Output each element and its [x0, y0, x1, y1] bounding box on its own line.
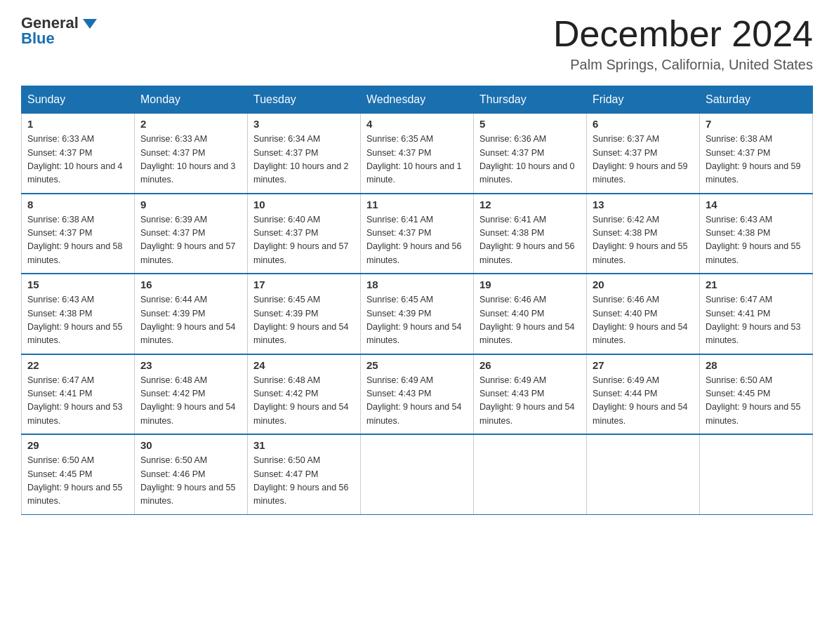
- calendar-cell: 22Sunrise: 6:47 AMSunset: 4:41 PMDayligh…: [22, 354, 135, 435]
- calendar-cell: 1Sunrise: 6:33 AMSunset: 4:37 PMDaylight…: [22, 114, 135, 194]
- calendar-cell: 15Sunrise: 6:43 AMSunset: 4:38 PMDayligh…: [22, 274, 135, 354]
- day-number: 2: [140, 118, 241, 130]
- day-info: Sunrise: 6:33 AMSunset: 4:37 PMDaylight:…: [140, 133, 241, 187]
- calendar-cell: 4Sunrise: 6:35 AMSunset: 4:37 PMDaylight…: [361, 114, 474, 194]
- weekday-header-sunday: Sunday: [22, 86, 135, 114]
- week-row-4: 22Sunrise: 6:47 AMSunset: 4:41 PMDayligh…: [22, 354, 813, 435]
- week-row-5: 29Sunrise: 6:50 AMSunset: 4:45 PMDayligh…: [22, 434, 813, 514]
- calendar-cell: 23Sunrise: 6:48 AMSunset: 4:42 PMDayligh…: [135, 354, 248, 435]
- calendar-cell: 7Sunrise: 6:38 AMSunset: 4:37 PMDaylight…: [700, 114, 813, 194]
- day-number: 22: [27, 359, 128, 371]
- calendar-cell: 10Sunrise: 6:40 AMSunset: 4:37 PMDayligh…: [248, 194, 361, 274]
- calendar-cell: 11Sunrise: 6:41 AMSunset: 4:37 PMDayligh…: [361, 194, 474, 274]
- week-row-1: 1Sunrise: 6:33 AMSunset: 4:37 PMDaylight…: [22, 114, 813, 194]
- page-header: General Blue December 2024 Palm Springs,…: [21, 14, 813, 73]
- day-info: Sunrise: 6:39 AMSunset: 4:37 PMDaylight:…: [140, 213, 241, 268]
- calendar-cell: 16Sunrise: 6:44 AMSunset: 4:39 PMDayligh…: [135, 274, 248, 354]
- day-number: 6: [593, 118, 694, 130]
- day-info: Sunrise: 6:38 AMSunset: 4:37 PMDaylight:…: [27, 213, 128, 268]
- weekday-header-tuesday: Tuesday: [248, 86, 361, 114]
- calendar-cell: 9Sunrise: 6:39 AMSunset: 4:37 PMDaylight…: [135, 194, 248, 274]
- day-number: 17: [253, 279, 355, 290]
- calendar-cell: 27Sunrise: 6:49 AMSunset: 4:44 PMDayligh…: [587, 354, 700, 435]
- weekday-header-thursday: Thursday: [474, 86, 587, 114]
- day-info: Sunrise: 6:45 AMSunset: 4:39 PMDaylight:…: [253, 293, 355, 348]
- day-info: Sunrise: 6:47 AMSunset: 4:41 PMDaylight:…: [27, 374, 128, 429]
- calendar-cell: 30Sunrise: 6:50 AMSunset: 4:46 PMDayligh…: [135, 434, 248, 514]
- day-info: Sunrise: 6:43 AMSunset: 4:38 PMDaylight:…: [27, 293, 128, 348]
- day-number: 28: [706, 359, 807, 371]
- day-info: Sunrise: 6:38 AMSunset: 4:37 PMDaylight:…: [706, 133, 807, 187]
- day-number: 11: [366, 199, 468, 210]
- day-number: 4: [366, 118, 468, 130]
- day-number: 26: [479, 359, 581, 371]
- calendar-cell: 24Sunrise: 6:48 AMSunset: 4:42 PMDayligh…: [248, 354, 361, 435]
- day-number: 21: [706, 279, 807, 290]
- day-info: Sunrise: 6:46 AMSunset: 4:40 PMDaylight:…: [479, 293, 581, 348]
- logo-arrow-icon: [83, 19, 97, 29]
- calendar-cell: 18Sunrise: 6:45 AMSunset: 4:39 PMDayligh…: [361, 274, 474, 354]
- day-number: 30: [140, 439, 241, 451]
- calendar-cell: 21Sunrise: 6:47 AMSunset: 4:41 PMDayligh…: [700, 274, 813, 354]
- day-info: Sunrise: 6:48 AMSunset: 4:42 PMDaylight:…: [253, 374, 355, 429]
- calendar-table: SundayMondayTuesdayWednesdayThursdayFrid…: [21, 86, 813, 515]
- day-number: 29: [27, 439, 128, 451]
- calendar-cell: 17Sunrise: 6:45 AMSunset: 4:39 PMDayligh…: [248, 274, 361, 354]
- calendar-cell: 31Sunrise: 6:50 AMSunset: 4:47 PMDayligh…: [248, 434, 361, 514]
- day-number: 9: [140, 199, 241, 210]
- calendar-cell: 20Sunrise: 6:46 AMSunset: 4:40 PMDayligh…: [587, 274, 700, 354]
- day-number: 7: [706, 118, 807, 130]
- calendar-cell: 13Sunrise: 6:42 AMSunset: 4:38 PMDayligh…: [587, 194, 700, 274]
- day-info: Sunrise: 6:50 AMSunset: 4:45 PMDaylight:…: [27, 454, 128, 509]
- calendar-cell: [361, 434, 474, 514]
- day-info: Sunrise: 6:49 AMSunset: 4:44 PMDaylight:…: [593, 374, 694, 429]
- day-number: 19: [479, 279, 581, 290]
- day-info: Sunrise: 6:37 AMSunset: 4:37 PMDaylight:…: [593, 133, 694, 187]
- day-info: Sunrise: 6:50 AMSunset: 4:47 PMDaylight:…: [253, 454, 355, 509]
- calendar-cell: 6Sunrise: 6:37 AMSunset: 4:37 PMDaylight…: [587, 114, 700, 194]
- calendar-cell: [700, 434, 813, 514]
- day-number: 14: [706, 199, 807, 210]
- calendar-cell: 2Sunrise: 6:33 AMSunset: 4:37 PMDaylight…: [135, 114, 248, 194]
- day-info: Sunrise: 6:48 AMSunset: 4:42 PMDaylight:…: [140, 374, 241, 429]
- week-row-2: 8Sunrise: 6:38 AMSunset: 4:37 PMDaylight…: [22, 194, 813, 274]
- month-title: December 2024: [553, 14, 813, 54]
- day-number: 20: [593, 279, 694, 290]
- location-subtitle: Palm Springs, California, United States: [553, 57, 813, 73]
- logo-blue-label: Blue: [21, 29, 55, 48]
- day-info: Sunrise: 6:36 AMSunset: 4:37 PMDaylight:…: [479, 133, 581, 187]
- calendar-cell: 14Sunrise: 6:43 AMSunset: 4:38 PMDayligh…: [700, 194, 813, 274]
- day-info: Sunrise: 6:50 AMSunset: 4:46 PMDaylight:…: [140, 454, 241, 509]
- calendar-cell: 26Sunrise: 6:49 AMSunset: 4:43 PMDayligh…: [474, 354, 587, 435]
- weekday-header-saturday: Saturday: [700, 86, 813, 114]
- day-info: Sunrise: 6:46 AMSunset: 4:40 PMDaylight:…: [593, 293, 694, 348]
- logo: General Blue: [21, 14, 97, 48]
- day-info: Sunrise: 6:47 AMSunset: 4:41 PMDaylight:…: [706, 293, 807, 348]
- calendar-cell: 25Sunrise: 6:49 AMSunset: 4:43 PMDayligh…: [361, 354, 474, 435]
- day-number: 27: [593, 359, 694, 371]
- calendar-cell: 8Sunrise: 6:38 AMSunset: 4:37 PMDaylight…: [22, 194, 135, 274]
- weekday-header-wednesday: Wednesday: [361, 86, 474, 114]
- day-number: 24: [253, 359, 355, 371]
- day-number: 1: [27, 118, 128, 130]
- day-number: 10: [253, 199, 355, 210]
- calendar-cell: 12Sunrise: 6:41 AMSunset: 4:38 PMDayligh…: [474, 194, 587, 274]
- day-info: Sunrise: 6:45 AMSunset: 4:39 PMDaylight:…: [366, 293, 468, 348]
- calendar-cell: 3Sunrise: 6:34 AMSunset: 4:37 PMDaylight…: [248, 114, 361, 194]
- day-info: Sunrise: 6:40 AMSunset: 4:37 PMDaylight:…: [253, 213, 355, 268]
- day-number: 23: [140, 359, 241, 371]
- day-number: 16: [140, 279, 241, 290]
- day-info: Sunrise: 6:34 AMSunset: 4:37 PMDaylight:…: [253, 133, 355, 187]
- day-info: Sunrise: 6:42 AMSunset: 4:38 PMDaylight:…: [593, 213, 694, 268]
- day-info: Sunrise: 6:49 AMSunset: 4:43 PMDaylight:…: [479, 374, 581, 429]
- day-info: Sunrise: 6:41 AMSunset: 4:37 PMDaylight:…: [366, 213, 468, 268]
- calendar-cell: 19Sunrise: 6:46 AMSunset: 4:40 PMDayligh…: [474, 274, 587, 354]
- day-info: Sunrise: 6:50 AMSunset: 4:45 PMDaylight:…: [706, 374, 807, 429]
- day-number: 25: [366, 359, 468, 371]
- day-info: Sunrise: 6:43 AMSunset: 4:38 PMDaylight:…: [706, 213, 807, 268]
- day-info: Sunrise: 6:49 AMSunset: 4:43 PMDaylight:…: [366, 374, 468, 429]
- weekday-header-row: SundayMondayTuesdayWednesdayThursdayFrid…: [22, 86, 813, 114]
- day-info: Sunrise: 6:33 AMSunset: 4:37 PMDaylight:…: [27, 133, 128, 187]
- day-number: 5: [479, 118, 581, 130]
- day-info: Sunrise: 6:35 AMSunset: 4:37 PMDaylight:…: [366, 133, 468, 187]
